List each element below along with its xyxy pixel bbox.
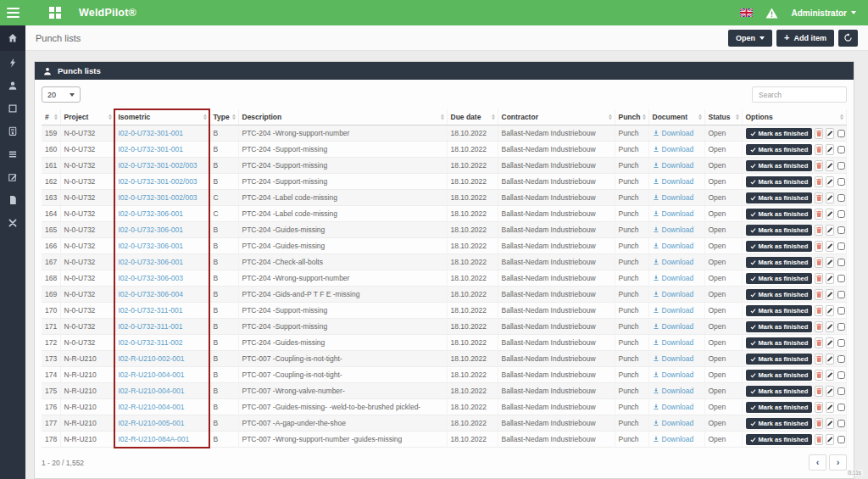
isometric-link[interactable]: I02-0-U732-311-001 [119,306,183,315]
row-checkbox[interactable] [837,210,845,218]
mark-as-finished-button[interactable]: Mark as finished [746,225,813,236]
sidebar-item-list[interactable] [0,142,25,165]
column-header-status[interactable]: Status [704,109,742,125]
row-checkbox[interactable] [837,259,845,266]
download-link[interactable]: Download [653,161,701,170]
delete-button[interactable] [815,305,824,316]
mark-as-finished-button[interactable]: Mark as finished [746,160,813,171]
download-link[interactable]: Download [653,435,701,443]
isometric-link[interactable]: I02-R-U210-004-001 [119,403,185,411]
apps-grid-icon[interactable] [49,7,61,19]
delete-button[interactable] [815,192,824,203]
row-checkbox[interactable] [837,355,845,363]
sidebar-item-users[interactable] [0,74,25,97]
mark-as-finished-button[interactable]: Mark as finished [746,289,813,300]
edit-button[interactable] [826,241,835,252]
mark-as-finished-button[interactable]: Mark as finished [746,337,813,348]
column-header-punch[interactable]: Punch [615,109,648,125]
sidebar-item-frame[interactable] [0,97,25,120]
menu-icon[interactable] [0,8,25,18]
sidebar-item-certificate[interactable] [0,120,25,142]
mark-as-finished-button[interactable]: Mark as finished [746,321,813,332]
isometric-link[interactable]: I02-0-U732-306-004 [119,290,184,298]
download-link[interactable]: Download [653,274,701,282]
mark-as-finished-button[interactable]: Mark as finished [746,273,813,284]
download-link[interactable]: Download [653,338,701,347]
row-checkbox[interactable] [837,178,845,186]
warning-icon[interactable] [765,8,778,19]
isometric-link[interactable]: I02-R-U210-002-001 [119,354,185,363]
row-checkbox[interactable] [837,339,845,347]
isometric-link[interactable]: I02-0-U732-301-001 [119,145,184,153]
sidebar-item-edit[interactable] [0,165,25,188]
edit-button[interactable] [826,337,835,348]
mark-as-finished-button[interactable]: Mark as finished [746,192,813,203]
download-link[interactable]: Download [653,129,701,137]
mark-as-finished-button[interactable]: Mark as finished [746,354,813,365]
isometric-link[interactable]: I02-0-U732-301-002/003 [119,161,198,170]
row-checkbox[interactable] [837,162,845,170]
edit-button[interactable] [826,289,835,300]
row-checkbox[interactable] [837,420,845,427]
row-checkbox[interactable] [837,146,845,153]
row-checkbox[interactable] [837,436,845,443]
isometric-link[interactable]: I02-0-U732-301-002/003 [119,193,198,202]
uk-flag-icon[interactable] [740,8,753,17]
download-link[interactable]: Download [653,177,701,186]
download-link[interactable]: Download [653,193,701,202]
page-size-select[interactable]: 20 [42,86,81,103]
isometric-link[interactable]: I02-0-U732-311-002 [119,338,183,347]
mark-as-finished-button[interactable]: Mark as finished [746,257,813,268]
delete-button[interactable] [815,209,824,220]
column-header-isometric[interactable]: Isometric [114,109,209,125]
search-input[interactable] [752,86,847,103]
delete-button[interactable] [815,402,824,413]
edit-button[interactable] [826,144,835,155]
add-item-button[interactable]: + Add item [776,30,834,47]
row-checkbox[interactable] [837,275,845,282]
row-checkbox[interactable] [837,404,845,411]
delete-button[interactable] [815,337,824,348]
download-link[interactable]: Download [653,290,701,298]
row-checkbox[interactable] [837,323,845,331]
isometric-link[interactable]: I02-0-U732-306-001 [119,242,184,250]
isometric-link[interactable]: I02-0-U732-301-001 [119,129,184,137]
download-link[interactable]: Download [653,370,701,379]
isometric-link[interactable]: I02-0-U732-311-001 [119,322,183,331]
delete-button[interactable] [815,273,824,284]
edit-button[interactable] [826,418,835,429]
delete-button[interactable] [815,144,824,155]
open-filter-button[interactable]: Open [728,30,772,47]
delete-button[interactable] [815,418,824,429]
edit-button[interactable] [826,305,835,316]
download-link[interactable]: Download [653,242,701,250]
delete-button[interactable] [815,225,824,236]
delete-button[interactable] [815,354,824,365]
column-header-due-date[interactable]: Due date [447,109,498,125]
delete-button[interactable] [815,160,824,171]
column-header--[interactable]: # [42,109,60,125]
sidebar-item-home[interactable] [0,25,25,51]
isometric-link[interactable]: I02-0-U732-306-003 [119,274,184,282]
column-header-description[interactable]: Description [238,109,447,125]
delete-button[interactable] [815,128,824,139]
edit-button[interactable] [826,386,835,397]
next-page-button[interactable]: › [829,454,847,471]
mark-as-finished-button[interactable]: Mark as finished [746,434,813,445]
column-header-type[interactable]: Type [209,109,238,125]
download-link[interactable]: Download [653,209,701,218]
delete-button[interactable] [815,176,824,187]
column-header-options[interactable]: Options [742,109,847,125]
prev-page-button[interactable]: ‹ [809,454,826,471]
mark-as-finished-button[interactable]: Mark as finished [746,209,813,220]
row-checkbox[interactable] [837,371,845,379]
row-checkbox[interactable] [837,387,845,395]
isometric-link[interactable]: I02-0-U732-306-001 [119,209,184,218]
delete-button[interactable] [815,370,824,381]
delete-button[interactable] [815,321,824,332]
sidebar-item-bolt[interactable] [0,51,25,74]
mark-as-finished-button[interactable]: Mark as finished [746,241,813,252]
column-header-project[interactable]: Project [60,109,114,125]
download-link[interactable]: Download [653,354,701,363]
isometric-link[interactable]: I02-R-U210-084A-001 [119,435,190,443]
